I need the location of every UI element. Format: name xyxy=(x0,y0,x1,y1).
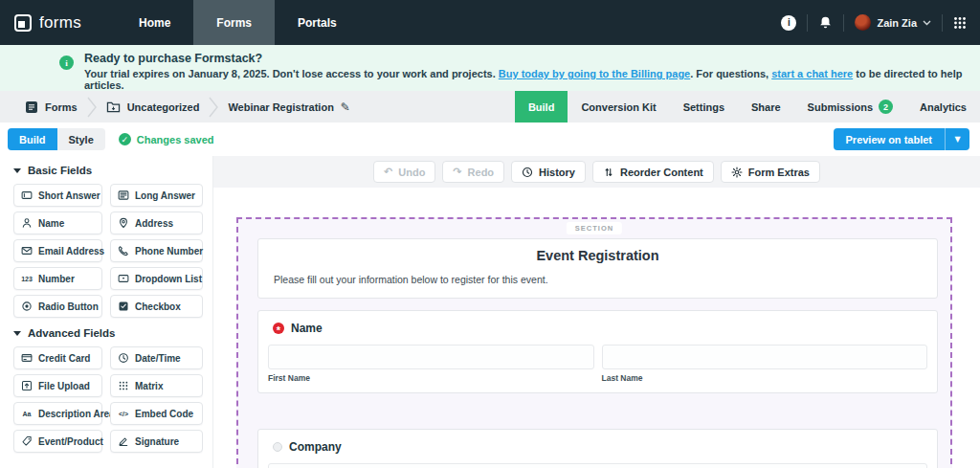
field-button-long-answer[interactable]: Long Answer xyxy=(110,184,203,207)
redo-icon: ↷ xyxy=(453,166,461,178)
form-canvas: SECTION Event Registration Please fill o… xyxy=(213,188,980,468)
field-button-phone-number[interactable]: Phone Number xyxy=(110,239,203,262)
field-button-short-answer[interactable]: Short Answer xyxy=(13,184,102,207)
credit-card-icon xyxy=(20,352,33,364)
billing-page-link[interactable]: Buy today by going to the Billing page xyxy=(499,68,690,79)
field-button-number[interactable]: 123Number xyxy=(13,267,102,290)
form-extras-button[interactable]: Form Extras xyxy=(721,161,820,183)
preview-button-label[interactable]: Preview on tablet xyxy=(834,128,945,150)
name-field-label: Name xyxy=(291,322,323,335)
description-area-icon: Aa xyxy=(20,411,33,417)
redo-button[interactable]: ↷ Redo xyxy=(442,161,504,183)
tab-settings[interactable]: Settings xyxy=(670,91,738,123)
user-menu[interactable]: Zain Zia xyxy=(855,14,931,31)
form-section[interactable]: SECTION Event Registration Please fill o… xyxy=(236,217,952,468)
logo-text: forms xyxy=(39,13,81,33)
build-mode-button[interactable]: Build xyxy=(8,128,57,150)
field-button-signature[interactable]: Signature xyxy=(110,430,203,453)
history-button[interactable]: History xyxy=(511,161,586,183)
breadcrumb-forms[interactable]: Forms xyxy=(25,100,78,114)
form-description: Please fill out your information below t… xyxy=(274,274,922,285)
field-button-label: Short Answer xyxy=(38,190,100,201)
basic-fields-grid: Short AnswerLong AnswerNameAddressEmail … xyxy=(13,184,212,318)
first-name-input[interactable] xyxy=(268,345,594,369)
advanced-fields-label: Advanced Fields xyxy=(28,327,115,339)
basic-fields-header[interactable]: Basic Fields xyxy=(13,165,212,176)
undo-button[interactable]: ↶ Undo xyxy=(373,161,435,183)
optional-icon xyxy=(273,442,282,452)
field-button-dropdown-list[interactable]: Dropdown List xyxy=(110,267,203,290)
breadcrumb-folder[interactable]: Uncategorized xyxy=(106,100,200,113)
caret-down-icon xyxy=(13,331,21,336)
short-answer-icon xyxy=(20,189,33,201)
field-button-event-product[interactable]: Event/Product xyxy=(13,430,102,453)
file-upload-icon xyxy=(20,380,33,391)
tab-label: Share xyxy=(751,101,781,113)
nav-item-forms[interactable]: Forms xyxy=(193,0,275,45)
field-button-date-time[interactable]: Date/Time xyxy=(110,346,203,369)
tab-share[interactable]: Share xyxy=(738,91,794,123)
field-button-embed-code[interactable]: </>Embed Code xyxy=(110,402,203,425)
field-button-name[interactable]: Name xyxy=(13,212,102,234)
save-status-label: Changes saved xyxy=(137,134,214,145)
tab-label: Conversion Kit xyxy=(581,101,656,113)
tab-build[interactable]: Build xyxy=(515,91,568,123)
notifications-bell-icon[interactable] xyxy=(818,15,833,30)
field-button-label: Event/Product xyxy=(38,436,103,447)
matrix-icon xyxy=(117,380,130,391)
tab-label: Settings xyxy=(683,101,724,113)
chevron-down-icon xyxy=(923,20,931,26)
build-style-toggle: Build Style xyxy=(8,128,105,150)
field-button-label: Name xyxy=(38,218,64,229)
form-heading-card[interactable]: Event Registration Please fill out your … xyxy=(257,238,938,299)
style-mode-button[interactable]: Style xyxy=(57,128,105,150)
preview-on-tablet-button[interactable]: Preview on tablet ▼ xyxy=(834,128,969,150)
tab-analytics[interactable]: Analytics xyxy=(906,91,980,123)
reorder-content-button[interactable]: Reorder Content xyxy=(592,161,714,183)
field-button-description-area[interactable]: AaDescription Area xyxy=(13,402,102,425)
tab-conversion-kit[interactable]: Conversion Kit xyxy=(568,91,669,123)
preview-dropdown-arrow-icon[interactable]: ▼ xyxy=(945,128,969,150)
field-button-radio-button[interactable]: Radio Button xyxy=(13,295,102,318)
edit-form-name-icon[interactable]: ✎ xyxy=(341,100,350,114)
breadcrumb-folder-label: Uncategorized xyxy=(127,101,200,113)
field-button-label: Embed Code xyxy=(135,409,193,419)
banner-text: Your trial expires on January 8, 2025. D… xyxy=(84,68,499,79)
info-icon[interactable]: i xyxy=(781,15,796,31)
field-button-matrix[interactable]: Matrix xyxy=(110,374,203,397)
field-button-label: Checkbox xyxy=(135,301,181,312)
field-button-label: Radio Button xyxy=(38,301,99,312)
advanced-fields-header[interactable]: Advanced Fields xyxy=(13,327,212,339)
field-button-checkbox[interactable]: Checkbox xyxy=(110,295,203,318)
form-tabs: BuildConversion KitSettingsShareSubmissi… xyxy=(515,91,980,123)
canvas-toolbar: ↶ Undo ↷ Redo History Reorder Content Fo… xyxy=(213,156,980,188)
form-extras-label: Form Extras xyxy=(748,167,810,178)
radio-icon xyxy=(20,301,33,312)
company-field-card[interactable]: Company xyxy=(257,429,938,468)
field-button-label: Credit Card xyxy=(38,353,90,364)
name-field-card[interactable]: * Name First Name Last Name xyxy=(257,310,938,393)
banner-title: Ready to purchase Formstack? xyxy=(84,52,970,65)
event-product-icon xyxy=(20,435,33,447)
start-chat-link[interactable]: start a chat here xyxy=(771,68,853,79)
company-input[interactable] xyxy=(268,463,927,468)
formstack-logo[interactable]: forms xyxy=(0,0,99,45)
redo-label: Redo xyxy=(468,167,495,178)
nav-item-portals[interactable]: Portals xyxy=(275,0,360,45)
app-grid-icon[interactable] xyxy=(953,16,967,30)
breadcrumb: Forms Uncategorized Webinar Registration… xyxy=(0,91,350,123)
long-answer-icon xyxy=(117,189,130,201)
field-button-credit-card[interactable]: Credit Card xyxy=(13,346,102,369)
phone-icon xyxy=(117,245,130,256)
field-button-address[interactable]: Address xyxy=(110,212,203,234)
first-name-group: First Name xyxy=(268,345,594,383)
undo-label: Undo xyxy=(398,167,425,178)
last-name-input[interactable] xyxy=(602,345,928,369)
nav-item-home[interactable]: Home xyxy=(116,0,193,45)
document-icon xyxy=(25,100,38,114)
folder-icon xyxy=(106,100,121,113)
content: Basic Fields Short AnswerLong AnswerName… xyxy=(0,156,980,468)
field-button-email-address[interactable]: Email Address xyxy=(13,239,102,262)
tab-submissions[interactable]: Submissions2 xyxy=(794,91,906,123)
field-button-file-upload[interactable]: File Upload xyxy=(13,374,102,397)
